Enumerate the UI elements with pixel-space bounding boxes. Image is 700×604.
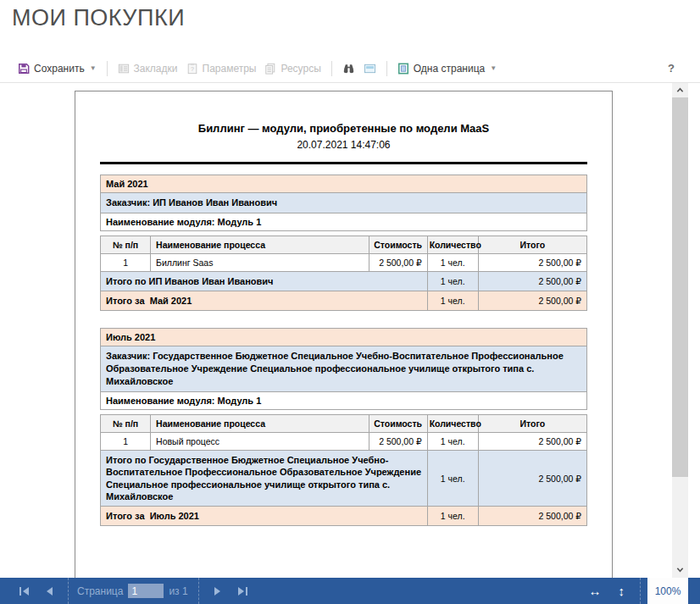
next-page-button[interactable] xyxy=(206,587,230,596)
show-headers-button[interactable] xyxy=(359,60,381,77)
scroll-up-icon[interactable] xyxy=(672,83,688,97)
row-cost: 2 500,00 ₽ xyxy=(369,432,427,450)
svg-text:?: ? xyxy=(191,66,194,72)
scroll-down-icon[interactable] xyxy=(672,562,688,577)
subtotal-qty: 1 чел. xyxy=(427,271,478,291)
subtotal-row: Итого по Государственное Бюджетное Специ… xyxy=(101,450,587,506)
pager-separator xyxy=(198,578,199,604)
first-page-button[interactable] xyxy=(12,587,37,596)
row-total: 2 500,00 ₽ xyxy=(478,253,586,271)
period-total-qty: 1 чел. xyxy=(427,507,478,526)
period-total-row: Итого за Июль 2021 1 чел. 2 500,00 ₽ xyxy=(101,507,587,526)
prev-page-icon xyxy=(45,587,53,596)
report-timestamp: 20.07.2021 14:47:06 xyxy=(75,139,612,151)
chevron-down-icon: ▼ xyxy=(490,64,497,72)
resources-button[interactable]: Ресурсы xyxy=(260,60,325,77)
column-header: Количество xyxy=(427,414,478,432)
period-total-row: Итого за Май 2021 1 чел. 2 500,00 ₽ xyxy=(101,291,587,311)
toolbar-separator xyxy=(331,61,332,76)
chevron-down-icon: ▼ xyxy=(90,64,97,72)
page-number-label: Страница xyxy=(77,585,123,597)
zoom-level-button[interactable]: 100% xyxy=(647,578,688,604)
binoculars-icon xyxy=(342,63,355,75)
subtotal-qty: 1 чел. xyxy=(427,450,478,506)
bookmarks-icon xyxy=(118,63,130,75)
page-number-input[interactable] xyxy=(128,584,164,598)
period-total-label: Итого за Июль 2021 xyxy=(101,507,428,526)
period-total-qty: 1 чел. xyxy=(427,291,478,311)
pager-separator xyxy=(640,578,641,604)
next-page-icon xyxy=(214,587,222,596)
bookmarks-button[interactable]: Закладки xyxy=(114,60,182,77)
detail-header-row: № п/п Наименование процесса Стоимость Ко… xyxy=(101,414,587,432)
help-button[interactable]: ? xyxy=(663,61,680,75)
row-process: Новый процесс xyxy=(151,432,369,450)
page-view-button-label: Одна страница xyxy=(414,63,485,75)
row-process: Биллинг Saas xyxy=(151,253,369,271)
page-count-label: из 1 xyxy=(169,585,187,597)
column-header: № п/п xyxy=(101,236,151,253)
save-button[interactable]: Сохранить ▼ xyxy=(14,60,101,77)
column-header: Стоимость xyxy=(369,414,427,432)
detail-table: № п/п Наименование процесса Стоимость Ко… xyxy=(100,414,587,526)
toolbar-separator xyxy=(107,61,108,76)
customer-label: Заказчик: Государственное Бюджетное Спец… xyxy=(101,346,587,392)
last-page-icon xyxy=(237,587,247,596)
bookmarks-button-label: Закладки xyxy=(134,63,178,75)
vertical-scrollbar[interactable] xyxy=(672,83,688,578)
period-row: Май 2021 xyxy=(101,175,587,193)
column-header: Итого xyxy=(478,236,586,253)
column-header: Количество xyxy=(427,236,478,253)
page-view-button[interactable]: Одна страница ▼ xyxy=(393,60,501,77)
column-header: Итого xyxy=(478,414,586,432)
pager-separator xyxy=(68,578,69,604)
floppy-disk-icon xyxy=(18,63,30,75)
report-viewport: Биллинг — модули, приобретенные по модел… xyxy=(0,83,700,578)
first-page-icon xyxy=(19,587,30,596)
period-row: Июль 2021 xyxy=(101,329,587,346)
period-total-total: 2 500,00 ₽ xyxy=(478,291,586,311)
table-row: 1 Биллинг Saas 2 500,00 ₽ 1 чел. 2 500,0… xyxy=(101,253,587,271)
report-title: Биллинг — модули, приобретенные по модел… xyxy=(75,122,612,135)
fit-height-button[interactable]: ↕ xyxy=(610,585,634,597)
row-number: 1 xyxy=(101,432,151,450)
row-qty: 1 чел. xyxy=(427,432,478,450)
single-page-icon xyxy=(397,63,409,75)
row-cost: 2 500,00 ₽ xyxy=(369,253,427,271)
row-total: 2 500,00 ₽ xyxy=(478,432,586,450)
column-header: Наименование процесса xyxy=(151,236,369,253)
period-total-total: 2 500,00 ₽ xyxy=(478,507,586,526)
module-label: Наименование модуля: Модуль 1 xyxy=(101,213,587,230)
last-page-button[interactable] xyxy=(230,587,255,596)
period-label: Июль 2021 xyxy=(101,329,587,346)
table-row: 1 Новый процесс 2 500,00 ₽ 1 чел. 2 500,… xyxy=(101,432,587,450)
subtotal-row: Итого по ИП Иванов Иван Иванович 1 чел. … xyxy=(101,271,587,291)
detail-table: № п/п Наименование процесса Стоимость Ко… xyxy=(100,236,587,312)
section-header-table: Июль 2021 Заказчик: Государственное Бюдж… xyxy=(100,328,587,410)
pager-bar: Страница из 1 ↔ ↕ 100% xyxy=(0,578,700,604)
row-number: 1 xyxy=(101,253,151,271)
subtotal-total: 2 500,00 ₽ xyxy=(478,450,586,506)
column-header: № п/п xyxy=(101,414,151,432)
subtotal-label: Итого по ИП Иванов Иван Иванович xyxy=(101,271,428,291)
resources-button-label: Ресурсы xyxy=(281,63,320,75)
report-divider xyxy=(100,162,587,164)
scrollbar-thumb[interactable] xyxy=(672,97,688,477)
page-title: МОИ ПОКУПКИ xyxy=(12,5,688,31)
fit-width-icon: ↔ xyxy=(589,584,602,598)
period-label: Май 2021 xyxy=(101,175,587,193)
column-header: Наименование процесса xyxy=(151,414,369,432)
parameters-button[interactable]: ? Параметры xyxy=(182,60,261,77)
app-window: МОИ ПОКУПКИ Сохранить ▼ Закладки ? Парам… xyxy=(0,0,700,604)
customer-row: Заказчик: ИП Иванов Иван Иванович xyxy=(101,193,587,213)
fit-width-button[interactable]: ↔ xyxy=(581,585,610,597)
section-header-table: Май 2021 Заказчик: ИП Иванов Иван Иванов… xyxy=(100,175,587,231)
subtotal-total: 2 500,00 ₽ xyxy=(478,271,586,291)
period-total-label: Итого за Май 2021 xyxy=(101,291,428,311)
prev-page-button[interactable] xyxy=(37,587,61,596)
module-label: Наименование модуля: Модуль 1 xyxy=(101,391,587,409)
find-button[interactable] xyxy=(338,60,359,77)
customer-label: Заказчик: ИП Иванов Иван Иванович xyxy=(101,193,587,213)
clipboard-question-icon: ? xyxy=(186,63,198,75)
documents-icon xyxy=(264,63,276,75)
